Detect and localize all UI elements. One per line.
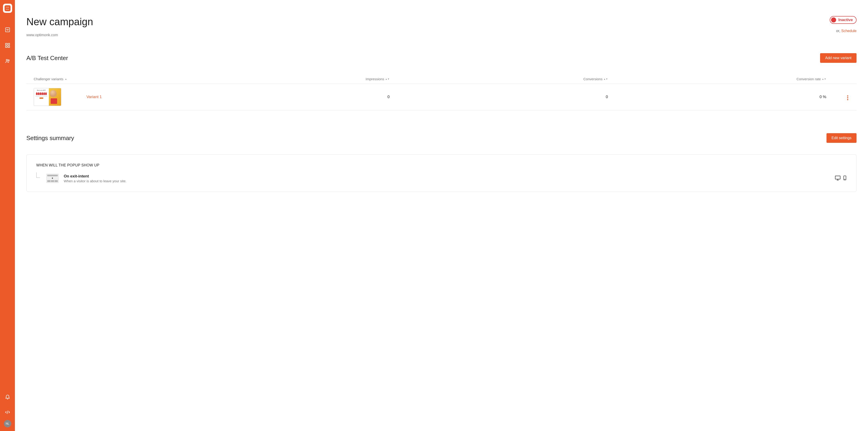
status-dot-icon xyxy=(831,18,836,23)
or-text: or, xyxy=(836,29,841,33)
col-header-rate[interactable]: Conversion rate ▲▼ xyxy=(608,77,826,81)
svg-rect-8 xyxy=(835,176,840,179)
users-icon[interactable] xyxy=(5,58,10,64)
domain-text: www.optimonk.com xyxy=(26,33,93,37)
settings-title: Settings summary xyxy=(26,134,74,142)
svg-point-5 xyxy=(6,59,7,61)
sort-icon: ▲▼ xyxy=(385,78,390,80)
when-heading: WHEN WILL THE POPUP SHOW UP xyxy=(36,163,847,167)
mobile-icon xyxy=(843,175,847,181)
page-title: New campaign xyxy=(26,16,93,28)
row-menu-button[interactable] xyxy=(846,94,849,101)
code-icon[interactable] xyxy=(5,409,10,415)
col-header-conversions[interactable]: Conversions ▲▼ xyxy=(390,77,608,81)
desktop-icon xyxy=(835,175,841,181)
svg-rect-3 xyxy=(5,46,7,48)
trigger-title: On exit-intent xyxy=(64,174,830,179)
impressions-value: 0 xyxy=(388,95,390,99)
rate-value: 0 % xyxy=(819,95,826,99)
status-label: Inactive xyxy=(838,18,853,22)
svg-line-7 xyxy=(7,410,8,414)
col-header-impressions[interactable]: Impressions ▲▼ xyxy=(171,77,390,81)
svg-rect-4 xyxy=(8,46,10,48)
status-toggle[interactable]: Inactive xyxy=(830,16,857,24)
svg-rect-2 xyxy=(8,43,10,45)
svg-point-6 xyxy=(8,60,9,61)
variants-table: Challenger variants ▲ Impressions ▲▼ Con… xyxy=(26,74,857,110)
table-row: Want to win a GIFT? — — — —— — — xyxy=(26,84,857,110)
add-variant-button[interactable]: Add new variant xyxy=(820,53,857,63)
conversions-value: 0 xyxy=(606,95,608,99)
main-content: New campaign www.optimonk.com Inactive o… xyxy=(15,0,868,431)
app-logo[interactable] xyxy=(3,4,12,13)
sort-icon: ▲▼ xyxy=(822,78,826,80)
abtest-title: A/B Test Center xyxy=(26,55,68,62)
svg-rect-1 xyxy=(5,43,7,45)
activity-icon[interactable] xyxy=(5,27,10,33)
edit-settings-button[interactable]: Edit settings xyxy=(827,133,857,143)
sort-icon: ▲▼ xyxy=(603,78,608,80)
trigger-thumbnail-icon xyxy=(46,174,59,183)
settings-box: WHEN WILL THE POPUP SHOW UP On exit-inte… xyxy=(26,154,857,192)
trigger-description: When a visitor is about to leave your si… xyxy=(64,179,830,183)
tree-connector-icon xyxy=(36,173,40,178)
sidebar: NL xyxy=(0,0,15,431)
variant-name-link[interactable]: Variant 1 xyxy=(87,95,102,99)
bell-icon[interactable] xyxy=(5,394,10,399)
schedule-link[interactable]: Schedule xyxy=(841,29,857,33)
variant-thumbnail[interactable]: Want to win a GIFT? — — — —— — — xyxy=(34,88,61,106)
sort-asc-icon: ▲ xyxy=(65,78,67,80)
avatar[interactable]: NL xyxy=(4,420,11,427)
templates-icon[interactable] xyxy=(5,43,10,48)
svg-point-12 xyxy=(845,179,845,180)
col-header-variants[interactable]: Challenger variants ▲ xyxy=(34,77,171,81)
